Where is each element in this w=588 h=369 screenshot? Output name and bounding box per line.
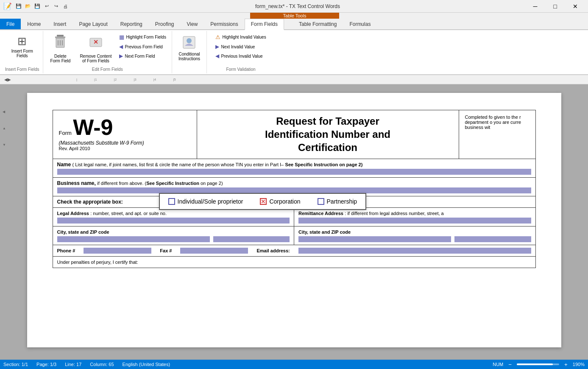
- fax-label: Fax #: [160, 248, 172, 253]
- ribbon-group-conditional: ConditionalInstructions: [172, 31, 207, 73]
- zoom-slider[interactable]: [517, 363, 559, 365]
- name-label: Name: [57, 162, 71, 168]
- remove-content-button[interactable]: ✕ Remove Contentof Form Fields: [76, 33, 115, 65]
- validation-group-content: ⚠ Highlight Invalid Values ▶ Next Invali…: [213, 33, 268, 65]
- validation-group-label: Form Validation: [226, 65, 255, 72]
- highlight-invalid-icon: ⚠: [215, 34, 220, 40]
- svg-point-9: [187, 38, 192, 43]
- business-label: Business name,: [57, 180, 96, 186]
- ruler-marks: | |1 |2 |3 |4 |5: [51, 78, 588, 81]
- quick-access-toolbar: 💾 📂 💾 ↩ ↪ 🖨: [14, 2, 70, 11]
- tab-view[interactable]: View: [181, 19, 204, 29]
- checkbox-popup: Individual/Sole proprietor ✕ Corporation…: [159, 193, 367, 210]
- city-left-col: City, state and ZIP code: [53, 226, 295, 245]
- city-label: City, state and ZIP code: [57, 229, 109, 235]
- fax-field[interactable]: [180, 248, 248, 254]
- next-form-field-button[interactable]: ▶ Next Form Field: [117, 52, 168, 60]
- name-link: See Specific Instruction on page 2): [285, 162, 363, 167]
- highlight-form-fields-button[interactable]: ▦ Highlight Form Fields: [117, 33, 168, 42]
- city-right-col: City, state and ZIP code: [294, 226, 535, 245]
- ribbon-group-validation: ⚠ Highlight Invalid Values ▶ Next Invali…: [207, 31, 275, 73]
- save2-button[interactable]: 💾: [33, 2, 42, 11]
- tab-reporting[interactable]: Reporting: [114, 19, 149, 29]
- form-label-line: Form W-9: [59, 115, 191, 140]
- email-field[interactable]: [298, 248, 531, 254]
- tab-home[interactable]: Home: [21, 19, 47, 29]
- tab-form-fields[interactable]: Form Fields: [245, 19, 284, 30]
- margin-indicators: ◀ ▲ ▼: [3, 110, 6, 147]
- prev-invalid-label: Previous Invalid Value: [221, 54, 262, 59]
- form-header-right: Completed fo given to the r department o…: [459, 110, 535, 159]
- close-button[interactable]: ✕: [566, 0, 585, 13]
- undo-button[interactable]: ↩: [42, 2, 51, 11]
- partnership-checkbox[interactable]: [318, 198, 324, 205]
- tab-formulas[interactable]: Formulas: [343, 19, 377, 29]
- prev-invalid-icon: ◀: [215, 53, 219, 59]
- highlight-invalid-button[interactable]: ⚠ Highlight Invalid Values: [213, 33, 268, 42]
- name-field[interactable]: [57, 169, 531, 175]
- business-field[interactable]: [57, 187, 531, 193]
- zoom-in-button[interactable]: +: [564, 361, 568, 368]
- tab-insert[interactable]: Insert: [47, 19, 72, 29]
- city-field-right[interactable]: [298, 236, 451, 242]
- tab-proofing[interactable]: Proofing: [149, 19, 181, 29]
- svg-text:✕: ✕: [93, 39, 98, 45]
- delete-form-field-button[interactable]: DeleteForm Field: [47, 33, 75, 65]
- maximize-button[interactable]: □: [546, 0, 565, 13]
- status-bar: Section: 1/1 Page: 1/3 Line: 17 Column: …: [0, 360, 588, 369]
- city-field-left[interactable]: [57, 236, 210, 242]
- title-bar: 📝 💾 📂 💾 ↩ ↪ 🖨 form_new.tx* - TX Text Con…: [0, 0, 588, 13]
- conditional-label: ConditionalInstructions: [178, 52, 200, 61]
- individual-label: Individual/Sole proprietor: [178, 198, 243, 205]
- tab-permissions[interactable]: Permissions: [204, 19, 244, 29]
- zip-field-left[interactable]: [213, 236, 290, 242]
- checkbox-partnership[interactable]: Partnership: [318, 198, 357, 205]
- remittance-col: Remittance Address : if different from l…: [294, 208, 535, 226]
- penalties-text: Under penalties of perjury, I certify th…: [57, 260, 138, 265]
- insert-form-fields-button[interactable]: ⊞ Insert FormFields: [8, 33, 36, 60]
- document-area[interactable]: ◀ ▲ ▼ Form W-9 (Massachusetts Substitute…: [0, 84, 588, 369]
- checkbox-individual[interactable]: Individual/Sole proprietor: [168, 198, 243, 205]
- zip-field-right[interactable]: [454, 236, 531, 242]
- phone-label: Phone #: [57, 248, 75, 253]
- insert-group-label: Insert Form Fields: [5, 65, 39, 72]
- prev-form-field-button[interactable]: ◀ Previous Form Field: [117, 42, 168, 51]
- print-button[interactable]: 🖨: [61, 2, 70, 11]
- insert-label: Insert FormFields: [11, 49, 33, 58]
- prev-invalid-button[interactable]: ◀ Previous Invalid Value: [213, 52, 268, 60]
- phone-field[interactable]: [84, 248, 151, 254]
- minimize-button[interactable]: ─: [526, 0, 545, 13]
- save-button[interactable]: 💾: [14, 2, 23, 11]
- redo-button[interactable]: ↪: [52, 2, 60, 11]
- edit-group-content: DeleteForm Field ✕ Remove Contentof Form…: [47, 33, 168, 65]
- status-num: NUM: [493, 362, 503, 367]
- highlight-buttons: ▦ Highlight Form Fields ◀ Previous Form …: [117, 33, 168, 60]
- status-line: Line: 17: [65, 362, 81, 367]
- conditional-group-content: ConditionalInstructions: [176, 33, 203, 70]
- status-section: Section: 1/1: [3, 362, 28, 367]
- conditional-instructions-button[interactable]: ConditionalInstructions: [176, 33, 203, 63]
- status-language: English (United States): [123, 362, 170, 367]
- ribbon: ⊞ Insert FormFields Insert Form Fields: [0, 30, 588, 75]
- corporation-checkbox[interactable]: ✕: [260, 198, 267, 205]
- city-fields-right: [298, 236, 531, 242]
- individual-checkbox[interactable]: [168, 198, 175, 205]
- name-row: Name ( List legal name, if joint names, …: [53, 159, 536, 178]
- next-invalid-button[interactable]: ▶ Next Invalid Value: [213, 42, 268, 51]
- insert-group-content: ⊞ Insert FormFields: [8, 33, 36, 65]
- checkbox-corporation[interactable]: ✕ Corporation: [260, 198, 300, 205]
- next-ff-icon: ▶: [119, 53, 123, 59]
- phone-row: Phone # Fax # Email address:: [53, 245, 536, 257]
- next-ff-label: Next Form Field: [125, 54, 155, 59]
- conditional-icon: [181, 35, 197, 51]
- legal-address-col: Legal Address : number, street, and apt.…: [53, 208, 295, 226]
- open-button[interactable]: 📂: [24, 2, 32, 11]
- legal-address-field[interactable]: [57, 218, 290, 224]
- zoom-out-button[interactable]: −: [508, 361, 512, 368]
- tab-file[interactable]: File: [0, 19, 21, 29]
- tab-table-formatting[interactable]: Table Formatting: [293, 19, 343, 29]
- check-label: Check the appropriate box:: [57, 199, 123, 205]
- checkbox-row: Check the appropriate box: Individual/So…: [53, 196, 536, 208]
- tab-page-layout[interactable]: Page Layout: [72, 19, 114, 29]
- remittance-field[interactable]: [298, 218, 531, 224]
